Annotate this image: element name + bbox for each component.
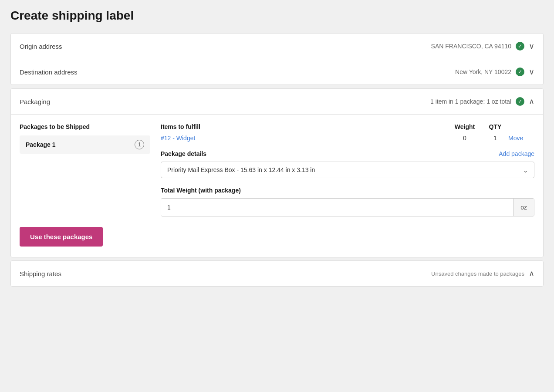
destination-chevron-icon[interactable]: ∨ <box>529 67 534 77</box>
qty-column-header: QTY <box>482 123 508 130</box>
weight-column-header: Weight <box>447 123 482 130</box>
weight-input[interactable] <box>161 199 513 216</box>
weight-unit: oz <box>513 199 534 216</box>
move-link[interactable]: Move <box>508 135 534 142</box>
packages-column-header: Packages to be Shipped <box>20 123 150 130</box>
package-1-label: Package 1 <box>26 141 130 148</box>
package-details-label: Package details <box>161 150 206 157</box>
add-package-link[interactable]: Add package <box>499 150 534 157</box>
origin-address-label: Origin address <box>20 43 62 50</box>
move-column-header <box>508 123 534 130</box>
package-1-item: Package 1 1 <box>20 135 150 154</box>
item-weight: 0 <box>447 135 482 142</box>
destination-verified-icon: ✓ <box>516 68 524 76</box>
destination-address-label: Destination address <box>20 68 78 76</box>
package-type-select[interactable]: Priority Mail Express Box - 15.63 in x 1… <box>161 162 534 178</box>
origin-chevron-icon[interactable]: ∨ <box>529 41 534 51</box>
destination-address-value: New York, NY 10022 <box>455 68 511 75</box>
weight-input-row: oz <box>161 198 534 216</box>
page-title: Create shipping label <box>10 9 544 23</box>
origin-address-value: SAN FRANCISCO, CA 94110 <box>431 43 511 50</box>
item-row: #12 - Widget 0 1 Move <box>161 135 534 142</box>
items-column-header: Items to fulfill <box>161 123 447 130</box>
shipping-rates-card: Shipping rates Unsaved changes made to p… <box>10 260 544 287</box>
shipping-rates-chevron-icon[interactable]: ∧ <box>529 269 534 278</box>
use-packages-button[interactable]: Use these packages <box>20 227 103 247</box>
unsaved-changes-text: Unsaved changes made to packages <box>431 270 524 277</box>
package-details-section: Package details Add package Priority Mai… <box>161 150 534 178</box>
packaging-summary: 1 item in 1 package: 1 oz total <box>430 98 511 105</box>
weight-section: Total Weight (with package) oz <box>161 187 534 216</box>
packaging-chevron-icon[interactable]: ∧ <box>529 97 534 106</box>
origin-verified-icon: ✓ <box>516 42 524 51</box>
package-type-select-wrapper: Priority Mail Express Box - 15.63 in x 1… <box>161 162 534 178</box>
weight-label: Total Weight (with package) <box>161 187 534 194</box>
shipping-rates-label: Shipping rates <box>20 270 61 277</box>
item-link[interactable]: #12 - Widget <box>161 135 447 142</box>
packaging-verified-icon: ✓ <box>516 97 524 106</box>
item-qty: 1 <box>482 135 508 142</box>
package-1-badge: 1 <box>135 140 144 149</box>
packaging-label: Packaging <box>20 98 50 105</box>
